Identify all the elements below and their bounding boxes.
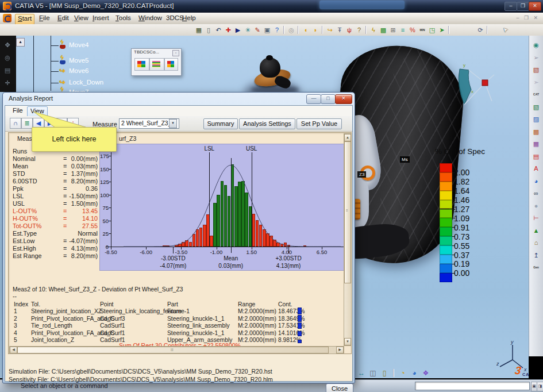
dialog-close-x-button[interactable]: ✕	[335, 94, 352, 104]
horizontal-scroll-thumb[interactable]: |||	[17, 347, 329, 353]
paste-icon[interactable]: ▯	[204, 25, 213, 34]
table-cell[interactable]: Tie_rod_Length	[31, 322, 72, 329]
view-compass[interactable]: y x	[455, 60, 496, 110]
undo-icon[interactable]: ↶	[214, 25, 223, 34]
dialog-menu-file[interactable]: File	[10, 106, 26, 116]
view-cube-purple-icon[interactable]: ▦	[532, 139, 541, 148]
scroll-left-arrow-icon[interactable]: ◀	[10, 347, 17, 353]
whatsthis-icon[interactable]: ?	[355, 25, 364, 34]
tree-chart-icon[interactable]: ▲	[532, 226, 541, 235]
tbar-icon[interactable]: Ŧ	[335, 25, 344, 34]
mold-b-icon[interactable]: ◗	[311, 25, 320, 34]
table-cell[interactable]: Frame-1	[167, 308, 190, 314]
grid-tool-icon[interactable]: ▤	[3, 66, 12, 75]
tree-scroll-up-button[interactable]: ▲	[16, 38, 25, 47]
min-icon[interactable]: MIN	[418, 25, 427, 34]
table-cell[interactable]: Steering_knuckle-1_1	[167, 316, 225, 322]
scroll-right-arrow-icon[interactable]: ▶	[336, 347, 344, 353]
horizontal-scrollbar[interactable]: ◀ ▶ |||	[9, 346, 344, 354]
sphere-icon[interactable]: ●	[532, 201, 541, 210]
binoculars-icon[interactable]: ∞	[532, 189, 541, 198]
annotation-icon[interactable]: A	[532, 164, 541, 173]
table-cell[interactable]: M:2.0000(mm)	[238, 308, 276, 314]
table-cell[interactable]: 4	[14, 330, 17, 336]
jack-icon[interactable]: ⊢	[532, 213, 541, 222]
table-cell[interactable]: M:2.0000(mm)	[238, 330, 276, 336]
bushing-rubber-mount[interactable]	[260, 57, 280, 78]
table-cell[interactable]: 3	[14, 322, 17, 329]
resume-icon[interactable]: ▶	[233, 25, 242, 34]
measure-between-icon[interactable]: ↔	[356, 368, 367, 378]
histogram-view-icon[interactable]: ∩	[10, 118, 21, 129]
table-cell[interactable]: CadSurf3	[100, 316, 125, 322]
insert-icon[interactable]: ✚	[224, 25, 233, 34]
close-button[interactable]: Close	[326, 383, 353, 392]
battery-icon[interactable]: ▯	[379, 368, 390, 378]
table-cell[interactable]: M:2.0000(mm)	[238, 322, 276, 329]
paper-plane-icon[interactable]: ➢	[532, 53, 541, 62]
view-cube-orange-icon[interactable]: ▩	[532, 127, 541, 136]
earth-gold-icon[interactable]: ◔	[398, 368, 408, 378]
scroll-down-arrow-icon[interactable]: ▼	[344, 338, 351, 345]
export-icon[interactable]: ➤	[437, 25, 446, 34]
dropdown-arrow-icon[interactable]: ▼	[169, 119, 177, 128]
compass-handle[interactable]	[482, 80, 488, 86]
axis-tool-icon[interactable]: ✛	[3, 78, 12, 87]
minimize-window-button[interactable]: –	[505, 2, 517, 11]
colorbar-icon[interactable]: ≡	[398, 25, 407, 34]
tbdcs-dock-button[interactable]: ▫	[172, 50, 179, 56]
table-cell[interactable]: Steering_link_assembly	[167, 322, 230, 329]
menu-item-help[interactable]: Help	[180, 14, 198, 24]
striped-icon[interactable]: ▤	[532, 152, 541, 161]
table-cell[interactable]: 2	[14, 316, 17, 322]
close-window-button[interactable]: ✕	[529, 2, 541, 11]
dcs-stripes-button[interactable]	[149, 58, 164, 71]
mdi-window-controls[interactable]: – ❐ ✕	[516, 15, 540, 21]
target-icon[interactable]: ◎	[3, 53, 12, 62]
edit-icon[interactable]: ✎	[253, 25, 262, 34]
disabled-tool-icon[interactable]: ◎	[287, 25, 296, 34]
mold-a-icon[interactable]: ◖	[301, 25, 310, 34]
tools-icon[interactable]: ⊞	[388, 25, 398, 34]
dcs-colormap-button[interactable]	[134, 58, 149, 71]
earth-purple-icon[interactable]: ❖	[421, 368, 431, 378]
save-results-icon[interactable]: ◳	[428, 25, 437, 34]
help-icon[interactable]: ?	[272, 25, 282, 34]
vertical-scroll-thumb[interactable]: ≡	[344, 141, 351, 283]
menu-item-view[interactable]: View	[72, 14, 91, 24]
compass-tool-icon[interactable]: ✥	[3, 40, 12, 49]
bend-move-icon[interactable]: ↪	[325, 25, 334, 34]
render-style-icon[interactable]: ▧	[532, 65, 541, 74]
world-icon[interactable]: ◕	[532, 176, 541, 186]
menu-item-edit[interactable]: Edit	[55, 14, 71, 24]
moveset-icon[interactable]: ψ	[345, 25, 354, 34]
dcs-mixed-button[interactable]	[164, 58, 178, 71]
status-button-2[interactable]: ◨	[537, 382, 543, 391]
earth-blue-icon[interactable]: ◕	[409, 368, 419, 378]
dialog-maximize-button[interactable]: □	[321, 94, 336, 104]
restore-window-button[interactable]: ❐	[517, 2, 529, 11]
analysis-settings-button[interactable]: Analysis Settings	[239, 118, 295, 129]
cat-gof-icon[interactable]: CAT	[532, 90, 541, 99]
gen-table-icon[interactable]: ▦	[194, 25, 203, 34]
table-cell[interactable]: 1	[14, 308, 17, 314]
scroll-up-arrow-icon[interactable]: ▲	[344, 134, 351, 141]
set-pp-value-button[interactable]: Set Pp Value	[296, 118, 342, 129]
view-cube-green-icon[interactable]: ▧	[532, 102, 541, 112]
nav-arrow-icon[interactable]: ➣	[532, 78, 541, 87]
table-cell[interactable]: Steering_knuckle-1_1	[167, 330, 225, 336]
rotate-view-icon[interactable]: ⟳	[476, 25, 485, 34]
summary-button[interactable]: Summary	[203, 118, 238, 129]
command-input[interactable]	[415, 382, 530, 390]
menu-item-tools[interactable]: Tools	[113, 14, 133, 24]
update-icon[interactable]: ✳	[243, 25, 252, 34]
cursor-icon[interactable]: ➤	[499, 24, 512, 37]
table-cell[interactable]: CadSurf1	[100, 330, 125, 336]
camera-icon[interactable]: ◫	[368, 368, 378, 378]
tbdcs-floating-toolbar[interactable]: TBDCSCo... ▫	[131, 48, 182, 76]
percent-icon[interactable]: %	[408, 25, 417, 34]
axis-up-icon[interactable]: ↥	[532, 251, 541, 260]
table-cell[interactable]: Steering_joint_location_XZ	[31, 308, 102, 314]
deviation-icon[interactable]: ▩	[379, 25, 388, 34]
copy-view-icon[interactable]: ▣	[263, 25, 272, 34]
